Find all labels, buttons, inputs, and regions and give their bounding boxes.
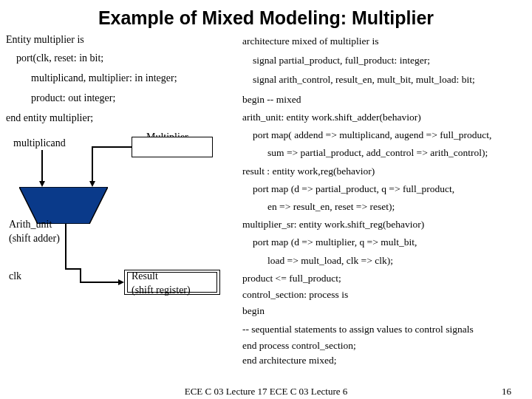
entity-line3: multiplicand, multiplier: in integer; <box>31 72 242 86</box>
arch-line7: sum => partial_product, add_control => a… <box>267 146 526 160</box>
arrowhead-multreg <box>89 181 95 187</box>
arrowhead-multiplicand <box>39 181 45 187</box>
slide-body: Entity multiplier is port(clk, reset: in… <box>0 33 532 367</box>
right-column: architecture mixed of multiplier is sign… <box>242 33 526 367</box>
result-label-line2: (shift register) <box>132 284 191 296</box>
arch-line9: port map (d => partial_product, q => ful… <box>253 183 526 196</box>
arith-label-line1: Arith_unit <box>9 219 52 230</box>
arch-line4: begin -- mixed <box>242 93 526 106</box>
block-diagram: multiplicand Multiplier (register) Arith <box>6 129 242 307</box>
arith-unit-label: Arith_unit (shift adder) <box>9 218 60 246</box>
line-arith-h2 <box>80 282 118 283</box>
arch-line19: end architecture mixed; <box>242 354 526 367</box>
arch-line11: multiplier_sr: entity work.shift_reg(beh… <box>242 218 526 231</box>
arch-line17: -- sequential statements to assign value… <box>242 323 526 336</box>
arrow-multiplicand <box>41 150 43 183</box>
entity-line1: Entity multiplier is <box>6 33 242 47</box>
arch-line6: port map( addend => multiplicand, augend… <box>253 129 526 142</box>
footer-center: ECE C 03 Lecture 17 ECE C 03 Lecture 6 <box>185 386 348 398</box>
arch-line8: result : entity work,reg(behavior) <box>242 165 526 178</box>
slide-title: Example of Mixed Modeling: Multiplier <box>0 7 532 29</box>
result-label-line1: Result <box>132 270 158 282</box>
line-arith-down2 <box>80 268 81 282</box>
arch-line5: arith_unit: entity work.shift_adder(beha… <box>242 111 526 124</box>
entity-line5: end entity multiplier; <box>6 112 242 126</box>
line-multreg-v <box>92 146 93 183</box>
arith-label-line2: (shift adder) <box>9 233 60 244</box>
line-arith-down <box>65 224 66 268</box>
arch-line14: product <= full_product; <box>242 272 526 285</box>
arch-line16: begin <box>242 304 526 318</box>
arch-line15: control_section: process is <box>242 288 526 301</box>
arch-line1: architecture mixed of multiplier is <box>242 35 526 48</box>
line-multreg-h <box>92 146 132 148</box>
entity-line4: product: out integer; <box>31 92 242 106</box>
arch-line2: signal partial_product, full_product: in… <box>253 54 526 67</box>
arrowhead-to-result <box>118 279 124 285</box>
arch-line18: end process control_section; <box>242 339 526 352</box>
arch-line12: port map (d => multiplier, q => mult_bit… <box>253 236 526 249</box>
multiplier-register-box <box>132 137 213 157</box>
clk-label: clk <box>9 270 21 284</box>
page-number: 16 <box>502 386 511 398</box>
entity-line2: port(clk, reset: in bit; <box>16 52 242 66</box>
left-column: Entity multiplier is port(clk, reset: in… <box>6 33 242 367</box>
arch-line10: en => result_en, reset => reset); <box>267 200 526 214</box>
arch-line13: load => mult_load, clk => clk); <box>267 254 526 267</box>
result-label: Result (shift register) <box>132 270 191 298</box>
line-arith-h1 <box>65 268 81 270</box>
multiplicand-label: multiplicand <box>13 137 66 151</box>
arch-line3: signal arith_control, result_en, mult_bi… <box>253 73 526 86</box>
